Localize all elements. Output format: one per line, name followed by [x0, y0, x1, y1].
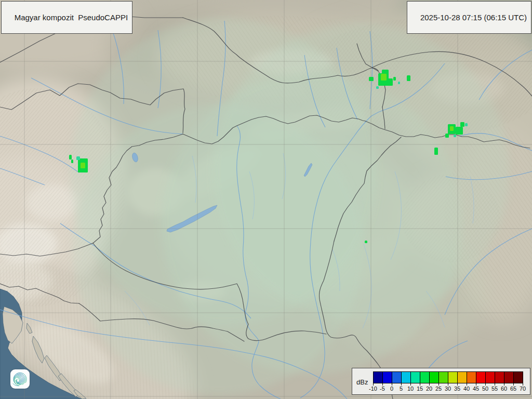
legend-color-cell [476, 371, 486, 383]
legend-unit-label: dBz [356, 378, 368, 386]
legend-color-cell [420, 371, 430, 383]
radar-product-screen: Magyar kompozit PseudoCAPPI 2025-10-28 0… [0, 0, 532, 399]
legend-tick-value: 25 [435, 385, 442, 392]
radar-echo [398, 82, 400, 84]
legend-color-cell [485, 371, 495, 383]
legend-color-cell [467, 371, 476, 383]
legend-tick-value: 5 [400, 385, 403, 392]
radar-echo [456, 127, 463, 135]
radar-echo [365, 241, 367, 243]
legend-tick-value: 60 [501, 385, 507, 392]
legend-tick-value: 30 [445, 385, 451, 392]
legend-color-cell [438, 371, 448, 383]
legend-tick-labels: -10-50510152025303540455055606570 [373, 383, 524, 392]
radar-echo [407, 75, 410, 81]
legend-color-cell [401, 371, 411, 383]
legend-color-cell [410, 371, 420, 383]
legend-color-cell [513, 371, 523, 383]
radar-echo [393, 77, 396, 81]
legend-tick-value: 70 [520, 385, 526, 392]
legend-tick-value: 65 [510, 385, 516, 392]
radar-echo [81, 163, 85, 168]
legend-tick-value: 10 [407, 385, 414, 392]
radar-map [0, 0, 532, 399]
spiral-logo-icon [11, 370, 29, 388]
timestamp-label: 2025-10-28 07:15 (06:15 UTC) [420, 13, 527, 22]
legend-tick-value: 35 [454, 385, 460, 392]
legend-tick-value: 0 [390, 385, 393, 392]
radar-echo [465, 123, 468, 126]
legend-tick-value: 15 [417, 385, 423, 392]
meteorological-service-spiral-logo [10, 369, 30, 389]
product-title-box: Magyar kompozit PseudoCAPPI [1, 1, 132, 34]
timestamp-box: 2025-10-28 07:15 (06:15 UTC) [407, 1, 531, 34]
legend-color-cell [382, 371, 392, 383]
product-title: Magyar kompozit PseudoCAPPI [15, 13, 128, 22]
radar-echo [376, 86, 379, 89]
legend-color-cell [457, 371, 467, 383]
legend-tick-value: 45 [473, 385, 479, 392]
radar-echo [445, 134, 449, 138]
radar-echo [69, 155, 72, 159]
radar-echo [71, 159, 73, 163]
legend-tick-value: 40 [463, 385, 470, 392]
radar-echo [381, 74, 387, 81]
legend-color-cell [448, 371, 458, 383]
radar-echo [454, 135, 456, 137]
legend-tick-value: -5 [380, 385, 385, 392]
legend-color-cell [495, 371, 504, 383]
radar-echo [76, 156, 80, 160]
legend-color-cell [429, 371, 439, 383]
legend-color-scale [373, 371, 523, 383]
legend-color-cell [504, 371, 514, 383]
legend-tick-value: -10 [369, 385, 377, 392]
radar-echo [434, 148, 438, 155]
legend-color-cell [373, 371, 383, 383]
legend-tick-value: 20 [426, 385, 432, 392]
legend-tick-value: 55 [491, 385, 498, 392]
legend-tick-value: 50 [482, 385, 488, 392]
reflectivity-legend: dBz -10-50510152025303540455055606570 [352, 368, 530, 395]
radar-echo [387, 78, 393, 86]
radar-echo [369, 77, 374, 81]
legend-color-cell [392, 371, 402, 383]
radar-echo [460, 122, 464, 127]
radar-echo [450, 126, 454, 131]
